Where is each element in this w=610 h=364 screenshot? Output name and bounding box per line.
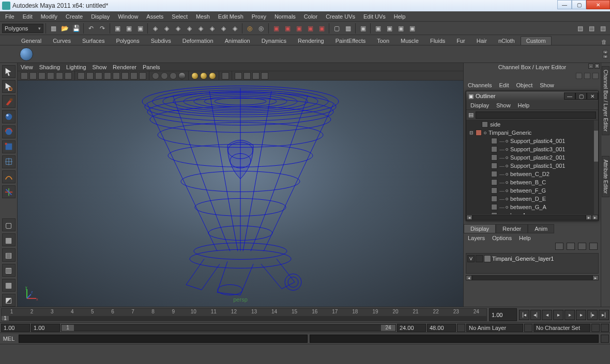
shelf-scroll-up-icon[interactable]: ▴ — [603, 50, 608, 54]
outliner-item[interactable]: —key_A — [466, 211, 598, 214]
vp-menu-show[interactable]: Show — [93, 64, 107, 70]
close-button[interactable]: ✕ — [586, 0, 610, 9]
shelf-tab-polygons[interactable]: Polygons — [110, 36, 145, 45]
shelf-scroll-down-icon[interactable]: ▾ — [603, 55, 608, 58]
layout-custom-icon[interactable]: ◩ — [2, 294, 16, 307]
range-end-field[interactable]: 24.00 — [397, 324, 426, 332]
command-input[interactable] — [19, 335, 308, 343]
step-forward-key-button[interactable]: |▸ — [587, 310, 598, 320]
vp-xray-joints-icon[interactable] — [243, 72, 251, 80]
outliner-item[interactable]: —Support_plastic1_001 — [466, 162, 598, 170]
time-ruler[interactable]: 1 2 3 4 5 6 7 8 9 10 11 12 13 14 15 16 1… — [1, 308, 487, 321]
vp-menu-view[interactable]: View — [21, 64, 33, 70]
range-start-field[interactable]: 1.00 — [31, 324, 60, 332]
scroll-right-icon[interactable]: ▸ — [592, 275, 599, 280]
layer-move-up-icon[interactable] — [555, 243, 563, 250]
vp-smooth-shade-unselected-icon[interactable] — [161, 72, 168, 80]
anim-layer-combo[interactable]: No Anim Layer — [466, 324, 523, 332]
vp-menu-shading[interactable]: Shading — [39, 64, 60, 70]
soft-mod-tool[interactable] — [2, 170, 16, 183]
save-scene-icon[interactable]: 💾 — [71, 23, 81, 34]
mode-menu[interactable]: Polygons ▾ — [2, 24, 43, 33]
vp-lock-camera-icon[interactable] — [29, 72, 37, 80]
auto-key-icon[interactable] — [524, 324, 532, 332]
layer-display-type-toggle[interactable] — [476, 255, 483, 262]
current-time-indicator[interactable]: 1 — [2, 316, 9, 321]
layer-new-selected-icon[interactable] — [589, 243, 598, 250]
open-scene-icon[interactable]: 📂 — [59, 23, 70, 34]
outliner-item[interactable]: —Support_plastic4_001 — [466, 137, 598, 145]
layout-two-side-icon[interactable]: ▥ — [2, 264, 16, 277]
minimize-button[interactable]: — — [557, 0, 572, 9]
anim-start-field[interactable]: 1.00 — [1, 324, 30, 332]
vp-motion-blur-icon[interactable] — [261, 72, 268, 80]
vp-menu-renderer[interactable]: Renderer — [113, 64, 136, 70]
outliner-item-root[interactable]: ⊟ Timpani_Generic — [466, 129, 598, 137]
select-tool[interactable] — [2, 65, 16, 78]
panel-close-icon[interactable]: ✕ — [594, 64, 600, 69]
universal-manip-tool[interactable] — [2, 155, 16, 168]
menu-display[interactable]: Display — [87, 12, 114, 21]
history-off-icon[interactable]: ◎ — [256, 23, 266, 34]
side-tab-channelbox[interactable]: Channel Box / Layer Editor — [602, 66, 609, 135]
undo-icon[interactable]: ↶ — [86, 23, 96, 34]
scroll-left-icon[interactable]: ◂ — [466, 275, 472, 280]
vp-safe-title-icon[interactable] — [130, 72, 138, 80]
outliner-item[interactable]: —between_F_G — [466, 186, 598, 195]
shelf-tab-dynamics[interactable]: Dynamics — [256, 36, 292, 45]
toggle-construction-icon[interactable]: ▣ — [358, 23, 368, 34]
outliner-titlebar[interactable]: ▣ Outliner — ▢ ✕ — [466, 91, 598, 101]
manip-icon[interactable] — [576, 73, 582, 79]
side-tab-attribute-editor[interactable]: Attribute Editor — [602, 156, 609, 197]
ch-menu-show[interactable]: Show — [540, 82, 554, 88]
snap-grid-icon[interactable]: ◈ — [150, 23, 160, 34]
vp-menu-lighting[interactable]: Lighting — [66, 64, 86, 70]
snap-point-icon[interactable]: ◈ — [173, 23, 183, 34]
outliner-item[interactable]: —between_D_E — [466, 195, 598, 203]
step-forward-button[interactable]: ▸ — [576, 310, 586, 320]
tool-settings-toggle-icon[interactable]: ▤ — [586, 23, 597, 34]
vp-field-chart-icon[interactable] — [113, 72, 120, 80]
vp-shadows-icon[interactable] — [209, 72, 216, 80]
outliner-close-icon[interactable]: ✕ — [587, 92, 598, 100]
rotate-tool[interactable] — [2, 125, 16, 138]
step-back-key-button[interactable]: ◂| — [530, 310, 541, 320]
shelf-tab-animation[interactable]: Animation — [219, 36, 256, 45]
vp-textured-icon[interactable] — [178, 72, 186, 80]
vp-film-gate-icon[interactable] — [86, 72, 94, 80]
render-view-icon[interactable]: ▣ — [316, 23, 327, 34]
shelf-tab-rendering[interactable]: Rendering — [292, 36, 330, 45]
outliner-item[interactable]: —between_G_A — [466, 203, 598, 211]
playblast-icon[interactable]: ▣ — [395, 23, 406, 34]
select-by-component-icon[interactable]: ▣ — [135, 23, 145, 34]
anim-prefs-icon[interactable] — [457, 324, 465, 332]
vp-grease-pencil-icon[interactable] — [65, 72, 72, 80]
snap-toggle-icon[interactable]: ◈ — [218, 23, 228, 34]
layer-tab-render[interactable]: Render — [496, 224, 528, 233]
scroll-right-icon[interactable]: ▸ — [592, 215, 598, 220]
layer-hscrollbar[interactable]: ◂ ▸ — [466, 275, 599, 281]
render-current-icon[interactable]: ▣ — [271, 23, 281, 34]
outliner-item[interactable]: —between_B_C — [466, 178, 598, 186]
le-menu-layers[interactable]: Layers — [468, 235, 485, 241]
menu-create-uvs[interactable]: Create UVs — [322, 12, 359, 21]
menu-file[interactable]: File — [1, 12, 19, 21]
vp-wireframe-icon[interactable] — [139, 72, 146, 80]
vp-select-camera-icon[interactable] — [21, 72, 28, 80]
panel-dock-icon[interactable]: ▫ — [588, 64, 593, 69]
play-back-button[interactable]: ▸ — [553, 310, 563, 320]
outliner-vscrollbar[interactable] — [594, 120, 598, 214]
vp-safe-action-icon[interactable] — [121, 72, 129, 80]
shelf-tab-deformation[interactable]: Deformation — [177, 36, 219, 45]
set-key-icon[interactable] — [591, 324, 600, 332]
ipr-render-icon[interactable]: ▣ — [282, 23, 293, 34]
layout-three-icon[interactable]: ▦ — [2, 279, 16, 292]
shelf-tab-fur[interactable]: Fur — [451, 36, 471, 45]
select-by-object-icon[interactable]: ▣ — [124, 23, 134, 34]
outliner-item[interactable]: side — [466, 120, 598, 129]
shelf-tab-fluids[interactable]: Fluids — [424, 36, 451, 45]
layer-tab-anim[interactable]: Anim — [528, 224, 554, 233]
layer-name[interactable]: Timpani_Generic_layer1 — [492, 256, 554, 262]
menu-color[interactable]: Color — [300, 12, 322, 21]
menu-normals[interactable]: Normals — [270, 12, 300, 21]
